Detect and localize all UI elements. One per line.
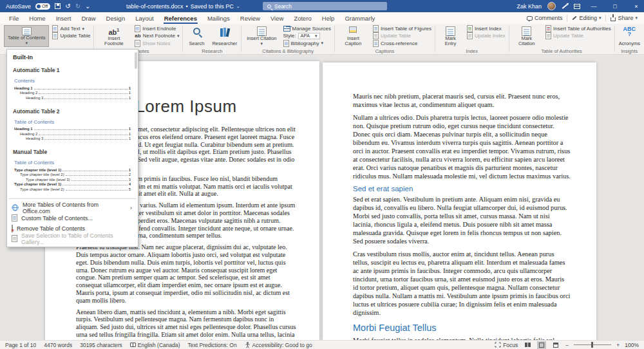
avatar[interactable]	[547, 2, 556, 10]
editing-mode-button[interactable]: Editing▾	[572, 15, 601, 21]
print-layout-icon	[539, 343, 544, 348]
autosave-toggle[interactable]: Off	[35, 3, 50, 10]
gallery-section-label: Automatic Table 1	[7, 63, 138, 75]
menu-item-custom-toc[interactable]: Custom Table of Contents...	[7, 213, 138, 223]
minimize-button[interactable]: —	[586, 3, 601, 10]
tab-help[interactable]: Help	[317, 12, 340, 24]
menu-item-save-selection: Save Selection to Table of Contents Gall…	[7, 234, 138, 244]
read-mode-button[interactable]	[523, 341, 532, 349]
mark-citation-button[interactable]: Mark Citation	[511, 25, 542, 47]
zoom-out-button[interactable]: −	[565, 342, 569, 348]
tab-layout[interactable]: Layout	[130, 12, 159, 24]
web-layout-button[interactable]	[551, 341, 560, 349]
chevron-down-icon: ▾	[635, 15, 638, 21]
title-bar: AutoSave Off ↺ ↻ ⌄ table-of-contents.doc…	[0, 0, 644, 12]
paragraph[interactable]: Nullam a ultrices odio. Duis pharetra tu…	[353, 113, 571, 180]
insert-citation-button[interactable]: Insert Citation ▾	[243, 25, 279, 47]
document-page-2[interactable]: Mauris nec nibh pretium, placerat mauris…	[323, 62, 596, 340]
search-placeholder: Search	[274, 3, 292, 10]
tab-references[interactable]: References	[159, 12, 202, 24]
zoom-slider-thumb[interactable]	[591, 342, 593, 348]
comment-icon	[527, 16, 533, 21]
autosave-toggle-knob	[37, 5, 41, 8]
zoom-slider[interactable]	[574, 344, 611, 345]
quick-access-toolbar: AutoSave Off ↺ ↻ ⌄	[0, 3, 126, 10]
insert-index-button[interactable]: Insert Index	[466, 25, 507, 32]
share-button[interactable]: Share▾	[611, 15, 638, 21]
next-footnote-button[interactable]: abNext Footnote▾	[133, 32, 180, 39]
focus-mode-button[interactable]: Focus	[495, 342, 518, 348]
toc-preview-entry: Heading 21	[14, 131, 131, 136]
search-button[interactable]: Search	[185, 25, 208, 47]
insert-footnote-button[interactable]: ab1 Insert Footnote	[96, 25, 131, 47]
group-label: Citations & Bibliography	[243, 47, 332, 54]
researcher-button[interactable]: Researcher	[210, 25, 239, 47]
undo-button[interactable]: ↺	[65, 3, 70, 10]
update-table-button-toa: Update Table	[544, 32, 612, 39]
tab-insert[interactable]: Insert	[51, 12, 77, 24]
maximize-button[interactable]: □	[607, 3, 623, 10]
update-table-button[interactable]: Update Table	[51, 32, 91, 39]
save-icon[interactable]	[55, 3, 61, 9]
tab-review[interactable]: Review	[235, 12, 265, 24]
toc-preview-entry: Type chapter title (level 2)2	[14, 172, 131, 177]
update-table-icon	[373, 32, 379, 39]
comments-button[interactable]: Comments	[527, 15, 563, 21]
manage-sources-button[interactable]: Manage Sources	[282, 25, 332, 32]
bibliography-button[interactable]: Bibliography▾	[282, 40, 332, 47]
tab-view[interactable]: View	[265, 12, 289, 24]
user-name[interactable]: Zak Khan	[516, 3, 542, 10]
autosave-state-label: Off	[42, 4, 48, 8]
tab-grammarly[interactable]: Grammarly	[339, 12, 380, 24]
accessibility-status[interactable]: Accessibility: Good to go	[245, 342, 312, 348]
ink-pen-icon[interactable]	[562, 4, 568, 9]
document-heading-2[interactable]: Sed et erat sapien	[353, 185, 571, 193]
zoom-level[interactable]: 100%	[625, 342, 639, 348]
zoom-in-button[interactable]: +	[616, 342, 620, 348]
gallery-item-automatic-table-2[interactable]: Table of Contents Heading 11 Heading 21 …	[11, 117, 134, 144]
gallery-item-automatic-table-1[interactable]: Contents Heading 11 Heading 21 Heading 3…	[11, 76, 134, 103]
page-indicator[interactable]: Page 1 of 10	[5, 342, 36, 348]
paragraph[interactable]: Mauris nec nibh pretium, placerat mauris…	[353, 92, 571, 109]
insert-caption-button[interactable]: Insert Caption	[337, 25, 370, 47]
insert-table-of-authorities-button[interactable]: Insert Table of Authorities	[544, 25, 612, 32]
cross-reference-button[interactable]: Cross-reference	[372, 40, 433, 47]
customize-qat-icon[interactable]: ⌄	[85, 3, 90, 10]
mark-citation-icon	[522, 26, 531, 36]
tab-draw[interactable]: Draw	[76, 12, 100, 24]
mark-entry-button[interactable]: Mark Entry	[437, 25, 464, 47]
insert-endnote-button[interactable]: Insert Endnote	[133, 25, 180, 32]
tab-design[interactable]: Design	[101, 12, 131, 24]
toc-preview-entry: Heading 31	[14, 136, 131, 141]
menu-item-more-tables[interactable]: More Tables of Contents from Office.com …	[7, 203, 138, 213]
paragraph[interactable]: Cras vestibulum risus mollis, auctor eni…	[353, 250, 571, 317]
gallery-item-manual-table[interactable]: Table of Contents Type chapter title (le…	[11, 158, 134, 194]
text-predictions[interactable]: Text Predictions: On	[188, 342, 237, 348]
paragraph[interactable]: Aenean libero diam, mattis sed tincidunt…	[76, 308, 296, 340]
character-count[interactable]: 30195 characters	[80, 342, 122, 348]
ribbon-display-options-icon[interactable]	[574, 4, 580, 9]
insert-table-of-figures-button[interactable]: Insert Table of Figures	[372, 25, 433, 32]
acronyms-button[interactable]: ABC? Acronyms	[617, 25, 642, 47]
dropdown-scrollbar[interactable]	[135, 52, 137, 69]
style-selector[interactable]: Style:APA▾	[282, 32, 332, 39]
search-icon	[193, 28, 200, 35]
add-text-button[interactable]: Add Text▾	[51, 25, 91, 32]
tab-mailings[interactable]: Mailings	[202, 12, 235, 24]
style-combobox[interactable]: APA▾	[298, 33, 320, 39]
paragraph[interactable]: Praesent id tristique nisl. Nam nec augu…	[76, 243, 296, 304]
document-heading-1[interactable]: Morbi Feugiat Tellus	[353, 323, 571, 333]
word-count[interactable]: 4470 words	[44, 342, 72, 348]
paragraph[interactable]: Sed et erat sapien. Vestibulum in pretiu…	[353, 195, 571, 245]
close-button[interactable]: ×	[629, 3, 644, 10]
toc-preview-entry: Heading 31	[14, 95, 131, 100]
language-selector[interactable]: English (Canada)	[130, 342, 180, 348]
document-title[interactable]: table-of-contents.docx • Saved to this P…	[126, 3, 240, 10]
search-input[interactable]: Search	[263, 2, 387, 10]
update-index-icon	[467, 32, 473, 39]
tab-zotero[interactable]: Zotero	[289, 12, 316, 24]
print-layout-button[interactable]	[537, 341, 546, 349]
table-of-contents-button[interactable]: Table of Contents ▾	[4, 25, 49, 47]
tab-file[interactable]: File	[4, 12, 24, 24]
tab-home[interactable]: Home	[24, 12, 50, 24]
